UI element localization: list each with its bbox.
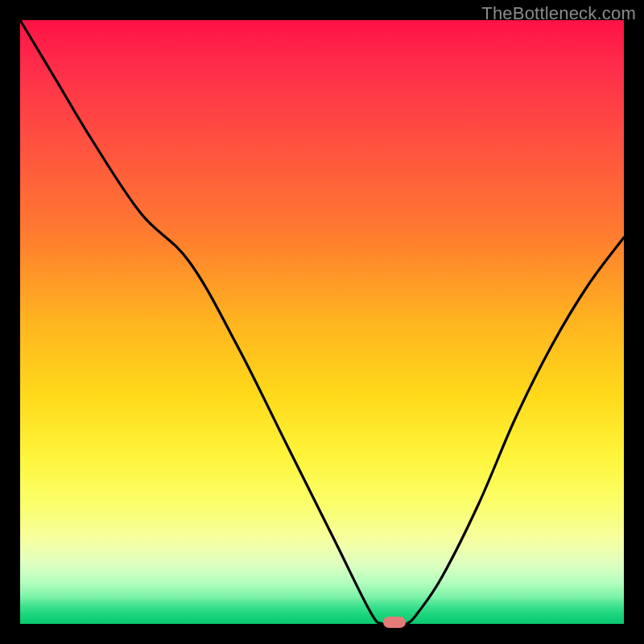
watermark-text: TheBottleneck.com xyxy=(481,3,636,24)
bottleneck-curve xyxy=(20,20,624,624)
chart-frame: TheBottleneck.com xyxy=(0,0,644,644)
optimal-point-marker xyxy=(383,617,406,628)
plot-area xyxy=(20,20,624,624)
